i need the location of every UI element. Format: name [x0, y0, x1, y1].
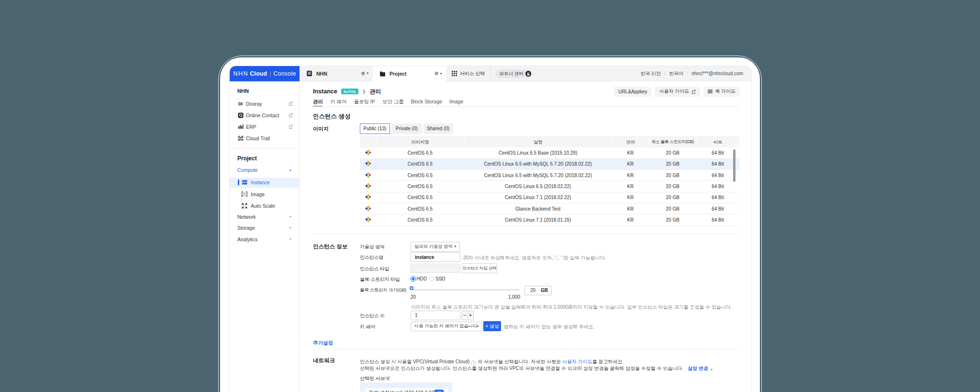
dooray-icon: D! [237, 101, 244, 107]
language-selector[interactable]: 한국어 [669, 70, 683, 77]
selected-subnet-label: 선택된 서브넷 [360, 375, 390, 382]
storage-size-help: 이미지의 최소 블록 스토리지 크기보다 큰 값을 입력해야 하며 최대 1,0… [411, 304, 732, 311]
table-row[interactable]: CentOS 6.5CentOS Linux 7.1 (2018.01.15)K… [360, 214, 739, 225]
count-increment-button[interactable]: + [468, 311, 474, 320]
external-link-icon [289, 113, 293, 117]
region-selector[interactable]: 한국 리전 [640, 70, 661, 77]
cell-image-name: CentOS 6.5 [376, 181, 464, 192]
subnet-remove-button[interactable]: 삭제 [434, 390, 444, 392]
sidebar-item-dooray[interactable]: D! Dooray [230, 99, 299, 109]
sidebar-item-erp[interactable]: ERP [230, 122, 299, 132]
table-scrollbar-thumb[interactable] [733, 149, 735, 182]
caret-down-icon: ▾ [477, 325, 482, 328]
radio-hdd-label[interactable]: HDD [417, 276, 427, 281]
tab-floating-ip[interactable]: 플로팅 IP [354, 99, 375, 105]
table-header-row: 이미지명 설명 언어 최소 블록 스토리지(GB) 비트 [360, 137, 739, 148]
table-row[interactable]: CentOS 6.5CentOS Linux 6.5 Base (2015.10… [360, 147, 739, 158]
user-guide-link[interactable]: 사용자 가이드 [562, 359, 592, 364]
filter-tab-public[interactable]: Public (13) [360, 123, 390, 134]
additional-settings-link[interactable]: 추가설정 [313, 340, 333, 347]
radio-hdd[interactable] [411, 276, 416, 281]
section-divider [313, 349, 739, 349]
account-email[interactable]: nhncl***@nhncloud.com [691, 71, 743, 76]
url-appkey-button[interactable]: URL&Appkey [614, 87, 651, 97]
sidebar-item-cloud-trail[interactable]: Cloud Trail [230, 133, 299, 143]
project-caret-icon[interactable]: ▾ [440, 72, 442, 76]
cell-image-name: CentOS 6.5 [376, 147, 464, 158]
sidebar-group-network[interactable]: Network ▾ [230, 212, 299, 222]
column-description[interactable]: 설명 [464, 137, 612, 148]
storage-size-slider-track[interactable] [412, 289, 519, 291]
input-value: 20 [525, 288, 541, 293]
sidebar-item-instance-selected[interactable]: Instance [230, 178, 299, 188]
instance-type-select-button[interactable]: 인스턴스 타입 선택 [462, 263, 497, 273]
desc-text: 인스턴스 생성 시 사용할 VPC(Virtual Private Cloud) [360, 359, 469, 364]
storage-expand-icon[interactable]: ▾ [290, 226, 291, 230]
sidebar-item-auto-scale[interactable]: Auto Scale [230, 201, 299, 211]
tab-manage[interactable]: 관리 [313, 99, 323, 105]
table-row[interactable]: CentOS 6.5CentOS Linux 7.1 (2018.02.22)K… [360, 192, 739, 203]
cell-description: CentOS Linux 6.5 (2018.02.22) [464, 181, 612, 192]
table-row[interactable]: CentOS 6.5CentOS Linux 6.5 (2018.02.22)K… [360, 181, 739, 192]
service-select-button[interactable]: 서비스 선택 [446, 66, 490, 81]
tab-image[interactable]: Image [449, 99, 463, 105]
tab-block-storage[interactable]: Block Storage [411, 99, 442, 105]
network-expand-icon[interactable]: ▾ [290, 215, 291, 219]
sidebar-group-compute[interactable]: Compute ▴ [230, 165, 299, 175]
partner-center-button[interactable]: 파트너 센터 [495, 69, 533, 78]
column-min-storage[interactable]: 최소 블록 스토리지(GB) [649, 137, 697, 148]
table-row[interactable]: CentOS 6.5CentOS Linux 6.5 with MySQL 5.… [360, 170, 739, 181]
selected-indicator [238, 179, 239, 185]
sidebar-group-analytics[interactable]: Analytics ▾ [230, 234, 299, 244]
button-label: 퀵 가이드 [715, 88, 735, 95]
sidebar-item-image[interactable]: Image [230, 189, 299, 199]
input-value: 1 [411, 313, 418, 318]
cell-language: KR [612, 203, 649, 214]
instance-count-input[interactable]: 1 [411, 311, 460, 320]
centos-icon [360, 181, 376, 192]
project-settings-icon[interactable]: ⚙ [434, 71, 439, 76]
org-selector[interactable]: NHN ⚙ ▾ [300, 66, 373, 81]
lock-icon [527, 72, 530, 76]
key-pair-create-button[interactable]: + 생성 [483, 321, 501, 331]
availability-zone-select[interactable]: 임의의 가용성 영역 ▾ [411, 242, 460, 252]
column-bit[interactable]: 비트 [696, 137, 739, 148]
table-row[interactable]: CentOS 6.5Glance Backend TestKR20 GB64 B… [360, 203, 739, 214]
quick-guide-button[interactable]: 퀵 가이드 [703, 87, 740, 97]
instance-name-input[interactable]: instance [411, 252, 460, 262]
column-image-name[interactable]: 이미지명 [376, 137, 464, 148]
breadcrumb-service[interactable]: Instance [313, 88, 337, 95]
org-caret-icon[interactable]: ▾ [367, 72, 368, 75]
table-row[interactable]: CentOS 6.5CentOS Linux 6.5 with MySQL 5.… [360, 158, 739, 169]
sidebar-item-label: ERP [246, 124, 256, 130]
cell-language: KR [612, 147, 649, 158]
filter-tab-private[interactable]: Private (0) [391, 123, 422, 134]
cell-image-name: CentOS 6.5 [376, 170, 464, 181]
key-pair-select[interactable]: 사용 가능한 키 페어가 없습니다. ▾ [411, 322, 482, 331]
filter-tab-shared[interactable]: Shared (0) [423, 123, 453, 134]
slider-min-label: 20 [411, 294, 416, 300]
brand-logo[interactable]: NHN Cloud | Console [230, 66, 300, 81]
instance-type-input[interactable] [411, 264, 460, 273]
tab-security-group[interactable]: 보안 그룹 [382, 99, 404, 105]
instance-name-label: 인스턴스명 [360, 254, 383, 261]
org-settings-icon[interactable]: ⚙ [361, 71, 366, 76]
radio-ssd-label[interactable]: SSD [435, 276, 445, 281]
user-guide-button[interactable]: 사용자 가이드 [655, 87, 700, 97]
sidebar-group-storage[interactable]: Storage ▾ [230, 223, 299, 233]
radio-ssd[interactable] [429, 276, 434, 281]
change-settings-link[interactable]: 설정 변경 ⌄ [688, 366, 713, 371]
sidebar-item-online-contact[interactable]: Online Contact [230, 110, 299, 120]
column-language[interactable]: 언어 [612, 137, 649, 148]
project-selector[interactable]: Project ⚙ ▾ [373, 66, 446, 81]
count-decrement-button[interactable]: − [462, 311, 468, 320]
tab-key-pair[interactable]: 키 페어 [330, 99, 346, 105]
storage-size-slider-thumb[interactable] [410, 286, 413, 290]
logo-divider: | [269, 71, 271, 77]
analytics-expand-icon[interactable]: ▾ [290, 237, 291, 241]
compute-collapse-icon[interactable]: ▴ [290, 168, 291, 172]
subnet-name: Default Network (192.168.0.0/24) [369, 390, 440, 392]
storage-size-input[interactable]: 20 GB [524, 286, 552, 295]
column-icon [360, 137, 376, 148]
instance-icon [242, 179, 247, 185]
